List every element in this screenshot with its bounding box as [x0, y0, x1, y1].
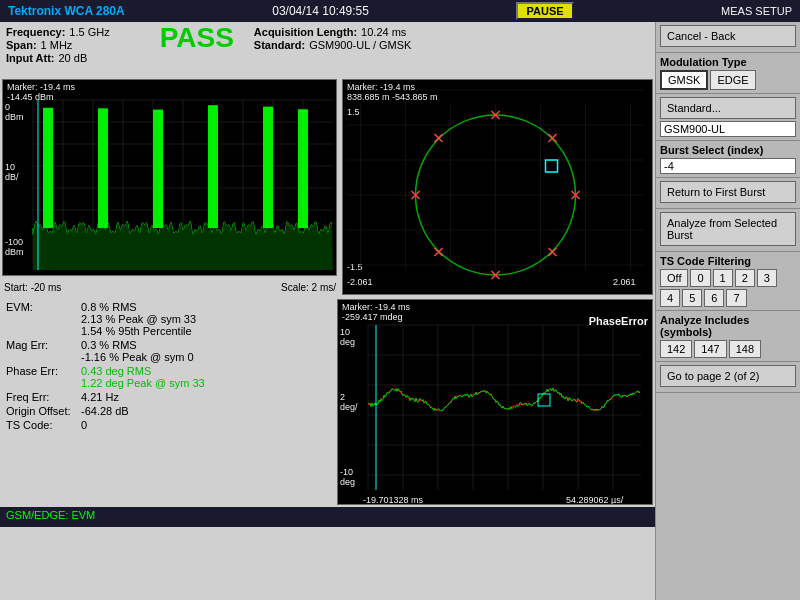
analyze-from-burst-section: Analyze from Selected Burst: [656, 209, 800, 252]
input-att-label: Input Att:: [6, 52, 54, 64]
ts-code-row: TS Code: 0: [6, 419, 329, 431]
analyze-includes-buttons: 142 147 148: [660, 340, 796, 358]
goto-page2-button[interactable]: Go to page 2 (of 2): [660, 365, 796, 387]
analyze-includes-section: Analyze Includes (symbols) 142 147 148: [656, 311, 800, 362]
acq-length-value: 10.24 ms: [361, 26, 406, 38]
standard-label: Standard:: [254, 39, 305, 51]
phase-chart-marker: Marker: -19.4 ms -259.417 mdeg: [342, 302, 410, 322]
return-first-burst-button[interactable]: Return to First Burst: [660, 181, 796, 203]
ts-off-button[interactable]: Off: [660, 269, 688, 287]
goto-page2-section: Go to page 2 (of 2): [656, 362, 800, 393]
timing-start: Start: -20 ms: [4, 282, 170, 293]
ts-code-buttons: Off 0 1 2 3 4 5 6 7: [660, 269, 796, 307]
span-row: Span: 1 MHz: [6, 39, 110, 51]
left-chart-marker: Marker: -19.4 ms -14.45 dBm: [7, 82, 75, 102]
ts-2-button[interactable]: 2: [735, 269, 755, 287]
info-left: Frequency: 1.5 GHz Span: 1 MHz Input Att…: [6, 26, 110, 64]
top-bar: Tektronix WCA 280A 03/04/14 10:49:55 PAU…: [0, 0, 800, 22]
left-panel: Frequency: 1.5 GHz Span: 1 MHz Input Att…: [0, 22, 655, 600]
cancel-back-section: Cancel - Back: [656, 22, 800, 53]
evm-values: 0.8 % RMS 2.13 % Peak @ sym 33 1.54 % 95…: [81, 301, 196, 337]
left-chart-container: Marker: -19.4 ms -14.45 dBm Start: -20 m…: [0, 77, 340, 297]
right-panel: Cancel - Back Modulation Type GMSK EDGE …: [655, 22, 800, 600]
input-att-value: 20 dB: [58, 52, 87, 64]
standard-section: Standard...: [656, 94, 800, 141]
evm-label: EVM:: [6, 301, 81, 337]
analyze-includes-label: Analyze Includes (symbols): [660, 314, 796, 338]
phase-err-rms: 0.43 deg RMS: [81, 365, 205, 377]
cancel-back-button[interactable]: Cancel - Back: [660, 25, 796, 47]
ts-code-value: 0: [81, 419, 87, 431]
span-value: 1 MHz: [41, 39, 73, 51]
frequency-row: Frequency: 1.5 GHz: [6, 26, 110, 38]
pass-label: PASS: [160, 22, 234, 54]
ts-0-button[interactable]: 0: [690, 269, 710, 287]
standard-input[interactable]: [660, 121, 796, 137]
analyze-142-button[interactable]: 142: [660, 340, 692, 358]
evm-rms: 0.8 % RMS: [81, 301, 196, 313]
phase-err-row: Phase Err: 0.43 deg RMS 1.22 deg Peak @ …: [6, 365, 329, 389]
origin-offset-label: Origin Offset:: [6, 405, 81, 417]
origin-offset-value: -64.28 dB: [81, 405, 129, 417]
phase-err-values: 0.43 deg RMS 1.22 deg Peak @ sym 33: [81, 365, 205, 389]
ts-1-button[interactable]: 1: [713, 269, 733, 287]
info-right: Acquisition Length: 10.24 ms Standard: G…: [254, 26, 412, 51]
edge-button[interactable]: EDGE: [710, 70, 755, 90]
meas-setup-label: MEAS SETUP: [721, 5, 792, 17]
mag-err-rms: 0.3 % RMS: [81, 339, 194, 351]
main-layout: Frequency: 1.5 GHz Span: 1 MHz Input Att…: [0, 22, 800, 600]
phase-error-chart: Marker: -19.4 ms -259.417 mdeg PhaseErro…: [337, 299, 653, 505]
pause-button[interactable]: PAUSE: [516, 2, 573, 20]
burst-select-input[interactable]: [660, 158, 796, 174]
charts-row: Marker: -19.4 ms -14.45 dBm Start: -20 m…: [0, 77, 655, 297]
analyze-147-button[interactable]: 147: [694, 340, 726, 358]
brand: Tektronix WCA 280A: [8, 4, 125, 18]
evm-pct: 1.54 % 95th Percentile: [81, 325, 196, 337]
ts-7-button[interactable]: 7: [726, 289, 746, 307]
evm-peak: 2.13 % Peak @ sym 33: [81, 313, 196, 325]
acq-length-row: Acquisition Length: 10.24 ms: [254, 26, 412, 38]
evm-row: EVM: 0.8 % RMS 2.13 % Peak @ sym 33 1.54…: [6, 301, 329, 337]
right-chart-marker: Marker: -19.4 ms 838.685 m -543.865 m: [347, 82, 438, 102]
bottom-section: EVM: 0.8 % RMS 2.13 % Peak @ sym 33 1.54…: [0, 297, 655, 507]
status-bar: GSM/EDGE: EVM: [0, 507, 655, 527]
gmsk-button[interactable]: GMSK: [660, 70, 708, 90]
modulation-type-buttons: GMSK EDGE: [660, 70, 796, 90]
modulation-type-label: Modulation Type: [660, 56, 796, 68]
datetime: 03/04/14 10:49:55: [272, 4, 369, 18]
span-label: Span:: [6, 39, 37, 51]
phase-err-peak: 1.22 deg Peak @ sym 33: [81, 377, 205, 389]
constellation-chart: Marker: -19.4 ms 838.685 m -543.865 m: [342, 79, 653, 295]
standard-row: Standard: GSM900-UL / GMSK: [254, 39, 412, 51]
standard-value: GSM900-UL / GMSK: [309, 39, 411, 51]
ts-6-button[interactable]: 6: [704, 289, 724, 307]
acq-length-label: Acquisition Length:: [254, 26, 357, 38]
ts-code-filtering-section: TS Code Filtering Off 0 1 2 3 4 5 6 7: [656, 252, 800, 311]
origin-offset-row: Origin Offset: -64.28 dB: [6, 405, 329, 417]
ts-3-button[interactable]: 3: [757, 269, 777, 287]
analyze-from-burst-button[interactable]: Analyze from Selected Burst: [660, 212, 796, 246]
mag-err-label: Mag Err:: [6, 339, 81, 363]
frequency-value: 1.5 GHz: [69, 26, 109, 38]
phase-chart-title: PhaseError: [589, 315, 648, 327]
standard-button[interactable]: Standard...: [660, 97, 796, 119]
ts-5-button[interactable]: 5: [682, 289, 702, 307]
burst-select-section: Burst Select (index): [656, 141, 800, 178]
ts-code-filtering-label: TS Code Filtering: [660, 255, 796, 267]
burst-select-label: Burst Select (index): [660, 144, 796, 156]
timing-scale: Scale: 2 ms/: [170, 282, 336, 293]
mag-err-row: Mag Err: 0.3 % RMS -1.16 % Peak @ sym 0: [6, 339, 329, 363]
input-att-row: Input Att: 20 dB: [6, 52, 110, 64]
mag-err-peak: -1.16 % Peak @ sym 0: [81, 351, 194, 363]
freq-err-label: Freq Err:: [6, 391, 81, 403]
timing-row: Start: -20 ms Scale: 2 ms/: [0, 278, 340, 296]
analyze-148-button[interactable]: 148: [729, 340, 761, 358]
mag-err-values: 0.3 % RMS -1.16 % Peak @ sym 0: [81, 339, 194, 363]
freq-err-row: Freq Err: 4.21 Hz: [6, 391, 329, 403]
frequency-label: Frequency:: [6, 26, 65, 38]
phase-err-label: Phase Err:: [6, 365, 81, 389]
waveform-chart: Marker: -19.4 ms -14.45 dBm: [2, 79, 337, 276]
info-row: Frequency: 1.5 GHz Span: 1 MHz Input Att…: [0, 22, 655, 77]
ts-4-button[interactable]: 4: [660, 289, 680, 307]
stats-panel: EVM: 0.8 % RMS 2.13 % Peak @ sym 33 1.54…: [0, 297, 335, 507]
